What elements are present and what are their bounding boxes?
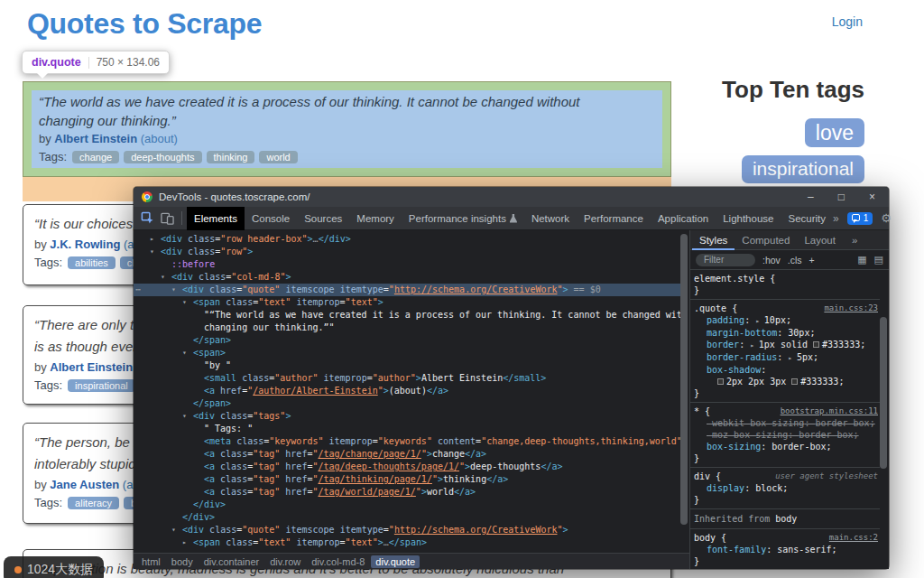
- breadcrumb-body[interactable]: body: [167, 555, 198, 568]
- tag-pill-change[interactable]: change: [72, 151, 119, 163]
- tree-node[interactable]: ▾<span class="text" itemprop="text">: [134, 296, 680, 309]
- tree-node[interactable]: <a class="tag" href="/tag/change/page/1/…: [134, 448, 680, 461]
- login-link[interactable]: Login: [832, 14, 863, 29]
- tree-node[interactable]: <small class="author" itemprop="author">…: [134, 372, 680, 385]
- tag-pill-world[interactable]: world: [259, 151, 297, 163]
- issues-badge[interactable]: 1: [847, 212, 873, 225]
- stylesheet-source-link[interactable]: main.css:23: [824, 303, 878, 314]
- tree-node[interactable]: <a class="tag" href="/tag/deep-thoughts/…: [134, 461, 680, 473]
- css-declaration[interactable]: }: [694, 452, 880, 464]
- devtools-tab-network[interactable]: Network: [524, 207, 577, 230]
- css-declaration[interactable]: }: [694, 555, 880, 567]
- expand-arrow-icon[interactable]: ▸: [182, 536, 187, 549]
- tree-node[interactable]: <a class="tag" href="/tag/thinking/page/…: [134, 473, 680, 486]
- breadcrumb-div.container[interactable]: div.container: [199, 555, 264, 568]
- breadcrumb-div.col-md-8[interactable]: div.col-md-8: [307, 555, 369, 568]
- top-tag-love[interactable]: love: [805, 118, 864, 147]
- about-link[interactable]: (about): [141, 132, 178, 145]
- css-declaration[interactable]: -webkit-box-sizing: border-box;: [694, 417, 880, 429]
- device-toolbar-icon[interactable]: [157, 209, 177, 228]
- css-declaration[interactable]: 2px 2px 3px #333333;: [694, 376, 880, 387]
- css-selector-line[interactable]: * {bootstrap.min.css:11: [694, 406, 880, 417]
- tag-pill-abilities[interactable]: abilities: [68, 256, 116, 269]
- sidebar-tab-computed[interactable]: Computed: [735, 230, 797, 250]
- devtools-tab-application[interactable]: Application: [651, 207, 716, 230]
- tree-node[interactable]: </div>: [134, 511, 680, 524]
- close-button[interactable]: ×: [869, 187, 875, 207]
- tree-node[interactable]: ▸<span class="text" itemprop="text">…</s…: [134, 536, 680, 549]
- devtools-tab-performance-insights[interactable]: Performance insights: [402, 207, 524, 230]
- css-declaration[interactable]: border: ▸ 1px solid #333333;: [694, 339, 880, 351]
- css-declaration[interactable]: box-sizing: border-box;: [694, 441, 880, 452]
- devtools-tab-security[interactable]: Security: [781, 207, 833, 230]
- css-declaration[interactable]: display: block;: [694, 482, 880, 494]
- collapse-arrow-icon[interactable]: ▾: [182, 410, 187, 423]
- tag-pill-aliteracy[interactable]: aliteracy: [68, 497, 119, 509]
- devtools-tab-sources[interactable]: Sources: [297, 207, 349, 230]
- css-declaration[interactable]: Inherited from body: [694, 513, 880, 525]
- css-declaration[interactable]: padding: ▸ 10px;: [694, 314, 880, 327]
- tree-node[interactable]: ▾<div class="quote" itemscope itemtype="…: [134, 524, 680, 536]
- tree-node-selected[interactable]: ⋯▾<div class="quote" itemscope itemtype=…: [134, 284, 680, 296]
- css-declaration[interactable]: border-radius: ▸ 5px;: [694, 351, 880, 364]
- tree-node[interactable]: <a class="tag" href="/tag/world/page/1/"…: [134, 486, 680, 499]
- collapse-arrow-icon[interactable]: ▾: [182, 347, 187, 359]
- site-title-link[interactable]: Quotes to Scrape: [27, 7, 262, 41]
- sidebar-more-tabs-icon[interactable]: »: [845, 230, 864, 250]
- css-declaration[interactable]: }: [694, 284, 880, 296]
- sidebar-tab-styles[interactable]: Styles: [692, 230, 735, 250]
- tree-node[interactable]: ▸<div class="row header-box">…</div>: [134, 233, 680, 246]
- tree-node[interactable]: ▾<div class="tags">: [134, 410, 680, 423]
- collapse-arrow-icon[interactable]: ▾: [182, 296, 187, 309]
- css-declaration[interactable]: margin-bottom: 30px;: [694, 327, 880, 339]
- node-options-icon[interactable]: ⋯: [135, 284, 140, 296]
- elements-scrollbar[interactable]: [680, 234, 688, 525]
- collapse-arrow-icon[interactable]: ▾: [171, 524, 176, 536]
- collapse-arrow-icon[interactable]: ▾: [161, 271, 165, 284]
- minimize-button[interactable]: –: [808, 187, 814, 207]
- tag-pill-deep-thoughts[interactable]: deep-thoughts: [124, 151, 201, 163]
- breadcrumb-div.quote[interactable]: div.quote: [371, 555, 420, 568]
- devtools-titlebar[interactable]: DevTools - quotes.toscrape.com/ –□×: [134, 187, 889, 207]
- tree-node[interactable]: </span>: [134, 397, 680, 410]
- styles-toolbar-[interactable]: +: [809, 255, 815, 266]
- tree-node[interactable]: ::before: [134, 258, 680, 271]
- expand-arrow-icon[interactable]: ▸: [150, 233, 154, 246]
- css-declaration[interactable]: }: [694, 387, 880, 399]
- tree-node[interactable]: <meta class="keywords" itemprop="keyword…: [134, 435, 680, 448]
- tree-node[interactable]: </span>: [134, 334, 680, 347]
- css-declaration[interactable]: box-shadow:: [694, 364, 880, 376]
- tag-pill-inspirational[interactable]: inspirational: [68, 379, 135, 392]
- css-declaration[interactable]: }: [694, 494, 880, 506]
- computed-sidebar-icon[interactable]: ▤: [874, 254, 883, 266]
- css-declaration[interactable]: font-family: sans-serif;: [694, 544, 880, 555]
- collapse-arrow-icon[interactable]: ▾: [150, 246, 154, 258]
- stylesheet-source-link[interactable]: user agent stylesheet: [775, 471, 878, 482]
- collapse-arrow-icon[interactable]: ▾: [171, 284, 176, 296]
- css-selector-line[interactable]: div {user agent stylesheet: [694, 471, 880, 482]
- tree-node[interactable]: ▾<span>: [134, 347, 680, 359]
- css-declaration[interactable]: element.style {: [694, 273, 880, 284]
- styles-toolbar-hov[interactable]: :hov: [762, 255, 781, 266]
- css-declaration[interactable]: -moz-box-sizing: border-box;: [694, 429, 880, 441]
- styles-scrollbar[interactable]: [880, 317, 887, 469]
- devtools-tab-performance[interactable]: Performance: [577, 207, 651, 230]
- more-tabs-icon[interactable]: »: [833, 212, 839, 225]
- tree-node[interactable]: changing our thinking.”": [134, 322, 680, 334]
- tree-node[interactable]: ▾<div class="row">: [134, 246, 680, 258]
- top-tag-inspirational[interactable]: inspirational: [742, 155, 864, 182]
- stylesheet-source-link[interactable]: main.css:2: [829, 532, 878, 544]
- grid-editor-icon[interactable]: ▦: [857, 254, 866, 266]
- styles-filter-input[interactable]: Filter: [696, 254, 755, 266]
- tree-node[interactable]: " Tags: ": [134, 423, 680, 435]
- devtools-tab-elements[interactable]: Elements: [187, 207, 245, 230]
- tree-node[interactable]: </div>: [134, 499, 680, 511]
- devtools-tab-lighthouse[interactable]: Lighthouse: [716, 207, 781, 230]
- breadcrumb-html[interactable]: html: [137, 555, 165, 568]
- stylesheet-source-link[interactable]: bootstrap.min.css:11: [781, 406, 878, 417]
- breadcrumb-div.row[interactable]: div.row: [265, 555, 305, 568]
- tree-node[interactable]: "by ": [134, 359, 680, 372]
- tag-pill-thinking[interactable]: thinking: [207, 151, 255, 163]
- tree-node[interactable]: <a href="/author/Albert-Einstein">(about…: [134, 385, 680, 397]
- sidebar-tab-layout[interactable]: Layout: [797, 230, 843, 250]
